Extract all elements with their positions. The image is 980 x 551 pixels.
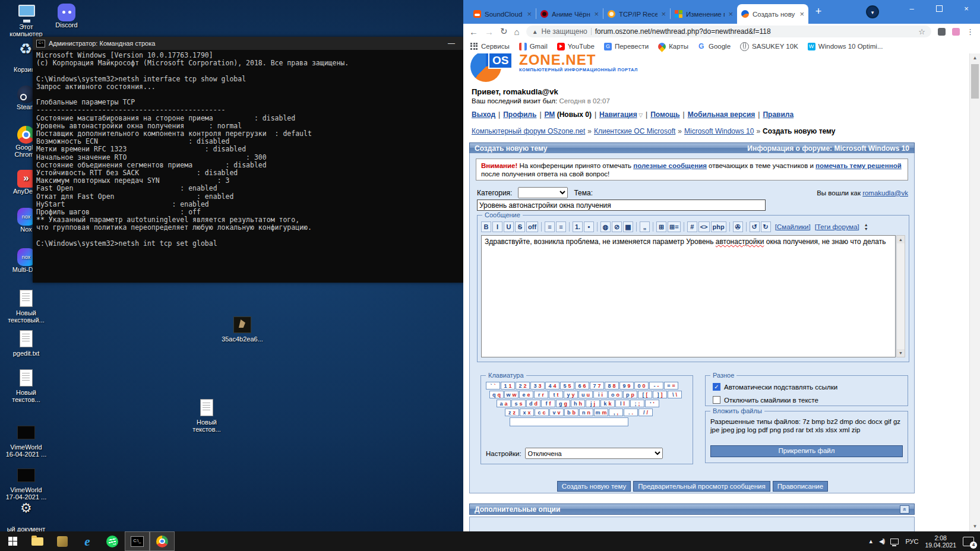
useful-posts-link[interactable]: полезные сообщения: [633, 162, 707, 169]
keyboard-key[interactable]: oo: [608, 391, 622, 398]
keyboard-key[interactable]: qq: [489, 391, 504, 398]
scrollbar-down-icon[interactable]: ▼: [970, 522, 980, 531]
keyboard-key[interactable]: 77: [590, 382, 604, 390]
bookmark-translate[interactable]: Перевести: [604, 43, 649, 50]
bookmark-star-icon[interactable]: ☆: [918, 27, 925, 36]
keyboard-key[interactable]: hh: [571, 400, 585, 407]
address-bar[interactable]: ▲ Не защищено forum.oszone.net/newthread…: [526, 26, 931, 37]
logged-in-user-link[interactable]: romakudla@vk: [862, 189, 908, 197]
chrome-taskbar-button[interactable]: [150, 531, 175, 551]
nav-link-6[interactable]: Мобильная версия: [688, 110, 755, 119]
browser-tab-5[interactable]: Создать нову×: [737, 4, 808, 24]
desktop-icon-vimeworld-2[interactable]: VimeWorld 17-04-2021 ...: [5, 467, 48, 501]
keyboard-key[interactable]: ss: [511, 400, 526, 407]
notification-icon[interactable]: 4: [963, 537, 974, 546]
network-icon[interactable]: [890, 539, 899, 544]
keyboard-key[interactable]: zz: [505, 408, 519, 416]
spellcheck-button[interactable]: Правописание: [773, 481, 828, 492]
browser-tab-2[interactable]: Аниме Чёрн×: [536, 4, 603, 24]
keyboard-key[interactable]: //: [638, 408, 653, 416]
keyboard-key[interactable]: mm: [594, 408, 608, 416]
expand-plus-button[interactable]: ⊞: [656, 221, 666, 232]
browser-tab-3[interactable]: TCP/IP Recei×: [603, 4, 670, 24]
collapse-icon[interactable]: »: [900, 505, 909, 514]
keyboard-key[interactable]: nn: [579, 408, 593, 416]
bookmark-win-optimize[interactable]: Windows 10 Optimi...: [808, 43, 883, 50]
keyboard-key[interactable]: 00: [634, 382, 649, 390]
keyboard-key[interactable]: 33: [530, 382, 545, 390]
home-icon[interactable]: ⌂: [514, 27, 520, 37]
bold-button[interactable]: B: [481, 221, 491, 232]
preview-button[interactable]: Предварительный просмотр сообщения: [633, 481, 770, 492]
security-label[interactable]: Не защищено: [542, 27, 587, 36]
keyboard-settings-select[interactable]: Отключена: [525, 448, 663, 459]
bookmark-google[interactable]: Google: [698, 43, 731, 50]
bookmark-youtube[interactable]: YouTube: [557, 43, 595, 50]
cmd-taskbar-button[interactable]: C:\_: [125, 531, 150, 551]
desktop-icon-settings-doc[interactable]: ый документ: [5, 506, 48, 533]
size-spinner[interactable]: ▲▼: [864, 223, 868, 231]
keyboard-key[interactable]: bb: [564, 408, 578, 416]
attach-file-button[interactable]: Прикрепить файл: [710, 445, 903, 457]
keyboard-key[interactable]: ll: [615, 400, 630, 407]
mark-solved-link[interactable]: помечать тему решенной: [815, 162, 902, 169]
page-scrollbar[interactable]: ▲ ▼: [969, 53, 980, 531]
align-right-button[interactable]: ≡: [556, 221, 566, 232]
nav-link-4[interactable]: Навигация: [599, 110, 637, 119]
keyboard-key[interactable]: ee: [519, 391, 533, 398]
forward-icon[interactable]: →: [485, 27, 494, 37]
clock[interactable]: 2:08 19.04.2021: [925, 534, 956, 549]
scrollbar-up-icon[interactable]: ▲: [970, 53, 980, 63]
keyboard-key[interactable]: ]]: [653, 391, 667, 398]
underline-button[interactable]: U: [504, 221, 514, 232]
desktop-icon-vimeworld-1[interactable]: VimeWorld 16-04-2021 ...: [5, 424, 48, 458]
tab-close-icon[interactable]: ×: [728, 10, 733, 18]
keyboard-key[interactable]: kk: [600, 400, 615, 407]
browser-menu-icon[interactable]: ⋮: [966, 27, 974, 36]
keyboard-key[interactable]: ii: [593, 391, 608, 398]
undo-button[interactable]: ↺: [750, 221, 760, 232]
keyboard-key[interactable]: ==: [664, 382, 678, 390]
keyboard-key[interactable]: dd: [526, 400, 540, 407]
php-button[interactable]: php: [711, 221, 726, 232]
speaker-icon[interactable]: ◀)): [879, 538, 884, 544]
oszone-logo[interactable]: OS ZONE.NET КОМПЬЮТЕРНЫЙ ИНФОРМАЦИОННЫЙ …: [470, 53, 638, 82]
new-tab-button[interactable]: +: [811, 4, 826, 20]
keyboard-key[interactable]: 22: [516, 382, 530, 390]
hash-button[interactable]: #: [687, 221, 697, 232]
not-secure-icon[interactable]: ▲: [532, 28, 538, 35]
keyboard-key[interactable]: --: [649, 382, 663, 390]
breadcrumb-link-2[interactable]: Клиентские ОС Microsoft: [594, 127, 675, 135]
keyboard-key[interactable]: ;;: [630, 400, 644, 407]
textarea-scrollbar[interactable]: ▲ ▼: [896, 235, 905, 357]
align-center-button[interactable]: ≡: [545, 221, 555, 232]
code-button[interactable]: <>: [698, 221, 710, 232]
keyboard-key[interactable]: yy: [564, 391, 578, 398]
scroll-up-icon[interactable]: ▲: [897, 236, 905, 243]
checkbox-unchecked[interactable]: [713, 396, 720, 404]
language-indicator[interactable]: РУС: [905, 538, 918, 545]
keyboard-key[interactable]: 55: [560, 382, 574, 390]
desktop-icon-text-file-1[interactable]: Новый текстовый...: [5, 290, 48, 324]
keyboard-key[interactable]: gg: [556, 400, 570, 407]
message-textarea[interactable]: Здравствуйте, возникла проблема, не изме…: [481, 235, 896, 357]
bookmark-maps[interactable]: Карты: [658, 43, 688, 50]
minimize-button[interactable]: –: [898, 0, 925, 17]
keyboard-key[interactable]: 11: [501, 382, 515, 390]
remove-link-button[interactable]: ⊘: [612, 221, 622, 232]
smilies-link[interactable]: [Смайлики]: [775, 223, 811, 230]
keyboard-key[interactable]: 44: [545, 382, 559, 390]
bookmark-sasukey[interactable]: SASUKEY 10K: [740, 42, 798, 51]
url-text[interactable]: forum.oszone.net/newthread.php?do=newthr…: [595, 27, 771, 36]
desktop-icon-text-file-2[interactable]: Новый текстов...: [5, 369, 48, 403]
back-icon[interactable]: ←: [469, 27, 478, 37]
tab-close-icon[interactable]: ×: [527, 10, 532, 18]
keyboard-key[interactable]: tt: [549, 391, 563, 398]
scrollbar-thumb[interactable]: [971, 64, 979, 99]
ordered-list-button[interactable]: 1.: [573, 221, 583, 232]
additional-options-header[interactable]: Дополнительные опции »: [469, 504, 915, 515]
keyboard-key[interactable]: vv: [549, 408, 564, 416]
browser-tab-4[interactable]: Изменение п×: [671, 4, 737, 24]
bbcode-off-button[interactable]: off: [526, 221, 538, 232]
nav-link-5[interactable]: Помощь: [650, 110, 679, 119]
